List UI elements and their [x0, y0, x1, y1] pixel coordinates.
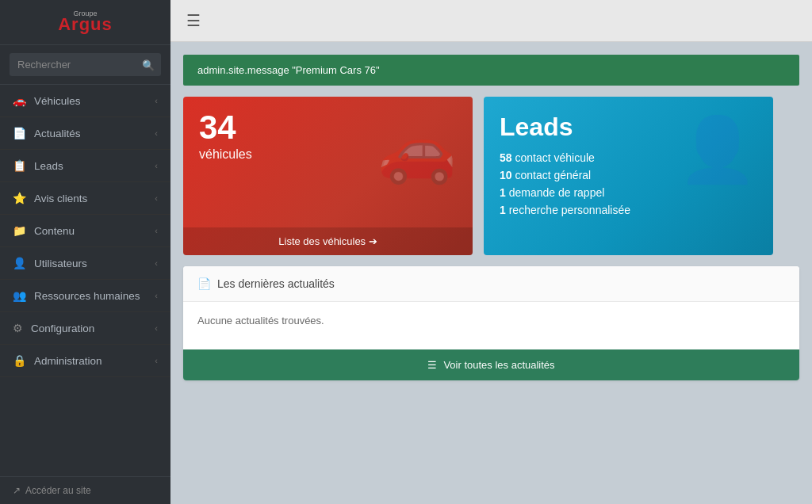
- nav-menu: 🚗 Véhicules ‹ 📄 Actualités ‹ 📋 Leads ‹ ⭐…: [0, 85, 170, 377]
- search-container: 🔍: [0, 45, 170, 85]
- sidebar-item-utilisateurs-label: Utilisateurs: [34, 258, 87, 269]
- leads-stat-2-label: demande de rappel: [509, 186, 605, 199]
- sidebar-item-administration[interactable]: 🔒 Administration ‹: [0, 345, 170, 377]
- acceder-au-site-link[interactable]: ↗ Accéder au site: [13, 485, 158, 496]
- chevron-configuration-icon: ‹: [155, 323, 158, 333]
- avis-clients-icon: ⭐: [13, 192, 26, 204]
- sidebar-footer: ↗ Accéder au site: [0, 476, 170, 504]
- news-footer-label: Voir toutes les actualités: [443, 359, 554, 371]
- search-input[interactable]: [10, 53, 161, 76]
- utilisateurs-icon: 👤: [13, 257, 26, 269]
- leads-stat-3: 1 recherche personnalisée: [500, 204, 757, 216]
- chevron-leads-icon: ‹: [155, 161, 158, 170]
- sidebar-logo: Groupe Argus: [0, 0, 170, 45]
- news-footer-icon: ☰: [427, 359, 437, 371]
- topbar: ☰: [170, 0, 812, 42]
- hamburger-icon[interactable]: ☰: [186, 11, 201, 30]
- leads-stat-0-count: 58: [500, 151, 512, 164]
- chevron-avis-clients-icon: ‹: [155, 193, 158, 203]
- contenu-icon: 📁: [13, 224, 26, 237]
- cards-row: 34 véhicules 🚗 Liste des véhicules ➔ Lea…: [183, 97, 799, 255]
- administration-icon: 🔒: [13, 354, 26, 367]
- leads-card-person-icon: 👤: [678, 113, 757, 187]
- leads-card: Leads 👤 58 contact véhicule 10 contact g…: [484, 97, 773, 255]
- content-area: admin.site.message "Premium Cars 76" 34 …: [170, 42, 812, 393]
- sidebar-item-contenu-label: Contenu: [34, 225, 75, 237]
- chevron-ressources-humaines-icon: ‹: [155, 291, 158, 300]
- sidebar: Groupe Argus 🔍 🚗 Véhicules ‹ 📄 Actualité…: [0, 0, 170, 504]
- news-header-icon: 📄: [197, 277, 211, 290]
- sidebar-item-avis-clients-label: Avis clients: [34, 193, 87, 204]
- chevron-utilisateurs-icon: ‹: [155, 258, 158, 268]
- sidebar-item-leads-label: Leads: [34, 160, 63, 172]
- vehicle-card-icon: 🚗: [377, 113, 457, 187]
- news-section: 📄 Les dernières actualités Aucune actual…: [183, 266, 799, 380]
- chevron-actualites-icon: ‹: [155, 128, 158, 138]
- voir-toutes-actualites-button[interactable]: ☰ Voir toutes les actualités: [183, 349, 799, 380]
- search-icon: 🔍: [142, 59, 155, 71]
- sidebar-item-vehicules[interactable]: 🚗 Véhicules ‹: [0, 85, 170, 117]
- banner-text: admin.site.message "Premium Cars 76": [197, 64, 380, 76]
- vehicle-card: 34 véhicules 🚗 Liste des véhicules ➔: [183, 97, 473, 255]
- admin-banner: admin.site.message "Premium Cars 76": [183, 55, 799, 86]
- news-header-label: Les dernières actualités: [217, 277, 335, 290]
- vehicle-card-footer-link[interactable]: Liste des véhicules ➔: [183, 227, 473, 255]
- vehicle-card-body: 34 véhicules 🚗: [183, 97, 473, 170]
- sidebar-item-avis-clients[interactable]: ⭐ Avis clients ‹: [0, 182, 170, 215]
- leads-stat-3-label: recherche personnalisée: [509, 204, 630, 216]
- sidebar-item-administration-label: Administration: [34, 355, 102, 367]
- sidebar-item-contenu[interactable]: 📁 Contenu ‹: [0, 215, 170, 247]
- sidebar-item-utilisateurs[interactable]: 👤 Utilisateurs ‹: [0, 247, 170, 280]
- acceder-label: Accéder au site: [25, 485, 91, 496]
- leads-stat-0-label: contact véhicule: [515, 151, 594, 164]
- sidebar-item-configuration[interactable]: ⚙ Configuration ‹: [0, 312, 170, 345]
- news-body: Aucune actualités trouvées.: [183, 302, 799, 349]
- ressources-humaines-icon: 👥: [13, 289, 26, 302]
- sidebar-item-leads[interactable]: 📋 Leads ‹: [0, 150, 170, 182]
- chevron-vehicules-icon: ‹: [155, 96, 158, 105]
- acceder-icon: ↗: [13, 485, 21, 496]
- sidebar-item-configuration-label: Configuration: [31, 323, 94, 334]
- vehicules-icon: 🚗: [13, 94, 26, 107]
- sidebar-item-actualites-label: Actualités: [34, 128, 81, 139]
- sidebar-item-actualites[interactable]: 📄 Actualités ‹: [0, 117, 170, 150]
- news-header: 📄 Les dernières actualités: [183, 266, 799, 302]
- leads-stat-1-count: 10: [500, 169, 512, 181]
- news-empty-message: Aucune actualités trouvées.: [197, 315, 324, 326]
- vehicle-footer-label: Liste des véhicules ➔: [278, 235, 377, 247]
- sidebar-item-vehicules-label: Véhicules: [34, 95, 81, 107]
- leads-icon: 📋: [13, 159, 26, 172]
- leads-stat-2: 1 demande de rappel: [500, 186, 757, 199]
- main-content: ☰ admin.site.message "Premium Cars 76" 3…: [170, 0, 812, 504]
- leads-stat-3-count: 1: [500, 204, 506, 216]
- chevron-contenu-icon: ‹: [155, 226, 158, 235]
- actualites-icon: 📄: [13, 127, 26, 139]
- sidebar-item-ressources-humaines[interactable]: 👥 Ressources humaines ‹: [0, 280, 170, 312]
- logo-name-text: Argus: [58, 14, 113, 34]
- sidebar-item-ressources-humaines-label: Ressources humaines: [34, 290, 140, 302]
- leads-stat-1-label: contact général: [515, 169, 591, 181]
- leads-stat-2-count: 1: [500, 186, 506, 199]
- configuration-icon: ⚙: [13, 322, 23, 334]
- chevron-administration-icon: ‹: [155, 356, 158, 365]
